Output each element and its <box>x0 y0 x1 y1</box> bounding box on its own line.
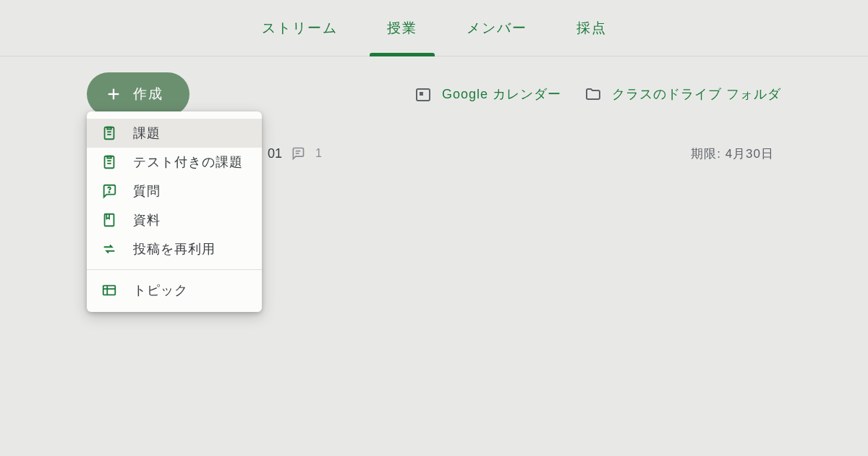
folder-icon <box>584 85 602 103</box>
svg-point-12 <box>109 192 109 193</box>
menu-quiz-assignment-label: テスト付きの課題 <box>133 153 243 171</box>
menu-topic-label: トピック <box>133 282 188 299</box>
content-area: 01 1 期限: 4月30日 課題 テスト付きの課題 質問 <box>0 133 868 174</box>
menu-topic[interactable]: トピック <box>87 276 262 305</box>
comment-icon <box>291 146 305 161</box>
tab-bar: ストリーム 授業 メンバー 採点 <box>0 0 868 56</box>
plus-icon <box>106 86 122 102</box>
menu-assignment-label: 課題 <box>133 124 161 142</box>
svg-rect-3 <box>420 92 423 96</box>
menu-assignment[interactable]: 課題 <box>87 119 262 148</box>
class-drive-link[interactable]: クラスのドライブ フォルダ <box>584 85 781 103</box>
toolbar-links: Google カレンダー クラスのドライブ フォルダ <box>414 85 781 103</box>
svg-rect-14 <box>103 286 116 295</box>
comment-count: 1 <box>315 147 322 160</box>
tab-classwork[interactable]: 授業 <box>362 0 442 56</box>
tab-stream[interactable]: ストリーム <box>237 0 362 56</box>
tab-grades[interactable]: 採点 <box>552 0 631 56</box>
assignment-icon <box>101 125 117 141</box>
menu-reuse-post[interactable]: 投稿を再利用 <box>87 235 262 263</box>
assignment-row-left: 01 1 <box>268 146 322 161</box>
drive-link-label: クラスのドライブ フォルダ <box>612 85 781 103</box>
question-icon <box>101 183 117 199</box>
menu-material[interactable]: 資料 <box>87 206 262 235</box>
menu-quiz-assignment[interactable]: テスト付きの課題 <box>87 148 262 177</box>
material-icon <box>101 212 117 228</box>
google-calendar-link[interactable]: Google カレンダー <box>414 85 561 103</box>
calendar-link-label: Google カレンダー <box>442 85 561 103</box>
assignment-due: 期限: 4月30日 <box>691 145 774 162</box>
quiz-assignment-icon <box>101 154 117 170</box>
dropdown-divider <box>87 269 262 270</box>
reuse-icon <box>101 241 117 257</box>
create-button[interactable]: 作成 <box>87 72 190 116</box>
menu-question-label: 質問 <box>133 182 161 200</box>
create-button-label: 作成 <box>133 85 163 104</box>
topic-icon <box>101 282 117 298</box>
assignment-title-fragment: 01 <box>268 146 282 161</box>
menu-reuse-label: 投稿を再利用 <box>133 240 216 258</box>
calendar-icon <box>414 85 432 103</box>
menu-question[interactable]: 質問 <box>87 177 262 206</box>
menu-material-label: 資料 <box>133 211 161 229</box>
create-dropdown: 課題 テスト付きの課題 質問 資料 投稿を再利用 <box>87 111 262 312</box>
tab-people[interactable]: メンバー <box>442 0 552 56</box>
